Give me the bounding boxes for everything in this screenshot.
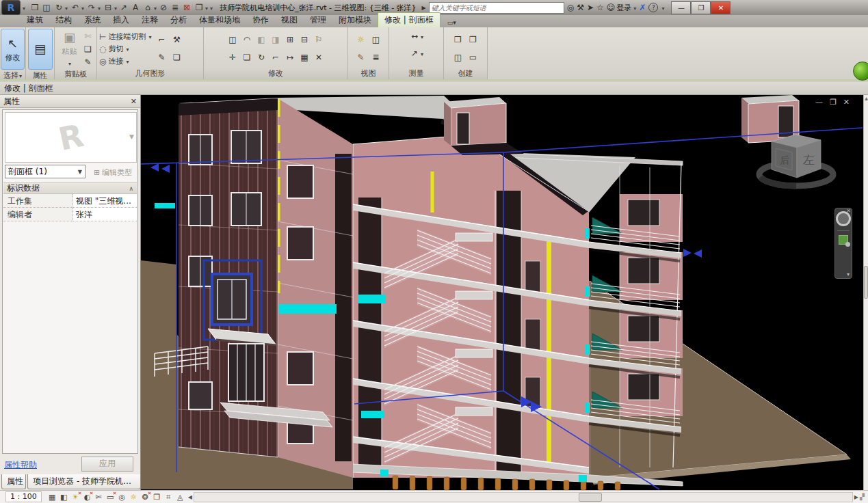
qat-customize-icon[interactable]	[209, 3, 213, 12]
tab-addins[interactable]: 附加模块	[332, 13, 378, 27]
sun-path-icon[interactable]: ☀✕	[70, 493, 81, 502]
join-geometry-button[interactable]: ◎ 连接	[99, 56, 151, 66]
viewcube-face-left[interactable]: 左	[803, 153, 815, 167]
temporary-hide-isolate-icon[interactable]: ◎	[117, 493, 127, 502]
shadows-icon[interactable]: ◐✕	[82, 493, 92, 502]
detail-level-icon[interactable]: ▦	[47, 493, 57, 502]
array-icon[interactable]: ▦	[299, 52, 310, 63]
open-icon[interactable]: ❒	[29, 2, 40, 13]
align-icon[interactable]: ◫	[227, 34, 238, 45]
create-group-icon[interactable]: ❒	[453, 34, 464, 45]
tab-annotate[interactable]: 注释	[135, 13, 164, 27]
copy-to-clipboard-icon[interactable]: ❏	[83, 44, 94, 55]
panel-label-properties[interactable]: 属性	[26, 71, 54, 79]
sync-button[interactable]: ↻	[53, 2, 68, 13]
mirror-pick-axis-icon[interactable]: ◧	[256, 34, 267, 45]
property-value[interactable]: 张洋	[73, 208, 137, 221]
close-button[interactable]: ✕	[711, 1, 731, 14]
move-icon[interactable]: ✛	[227, 52, 238, 63]
help-menu-arrow-icon[interactable]	[661, 3, 664, 12]
search-input[interactable]	[429, 2, 564, 14]
aligned-dimension-button[interactable]: ↗	[408, 48, 424, 59]
horizontal-scroll-thumb[interactable]	[579, 493, 602, 502]
match-type-properties-icon[interactable]: ✎	[83, 57, 94, 68]
mirror-draw-axis-icon[interactable]: ◨	[270, 34, 281, 45]
cut-geometry-button[interactable]: ◌ 剪切	[99, 44, 151, 54]
vertical-scrollbar[interactable]: ▲	[863, 95, 868, 490]
exchange-apps-icon[interactable]: ✗	[639, 3, 646, 12]
cutaway-views-icon[interactable]: ≣	[371, 52, 382, 63]
3d-canvas[interactable]: 后 左	[141, 95, 863, 490]
navigation-bar[interactable]: ✕ ▾	[834, 208, 852, 279]
measure-button[interactable]: ⊟	[102, 2, 118, 13]
undo-button[interactable]: ↶	[69, 2, 85, 13]
viewcube-face-back[interactable]: 后	[780, 154, 789, 165]
subscription-icon[interactable]: ⚒	[577, 3, 584, 12]
scroll-up-icon[interactable]: ▲	[864, 96, 868, 100]
search-icon[interactable]: ◎	[567, 3, 574, 12]
close-hidden-windows-icon[interactable]: ⊠	[181, 2, 192, 13]
trim-extend-corner-icon[interactable]: ⌐	[270, 52, 281, 63]
collapse-chevron-icon[interactable]: ∧	[129, 185, 133, 192]
create-similar-icon[interactable]: ❐	[468, 34, 479, 45]
tab-analyze[interactable]: 分析	[164, 13, 193, 27]
displacement-icon[interactable]: ◬	[175, 493, 185, 502]
paint-icon[interactable]: ✎	[156, 52, 167, 63]
linework-icon[interactable]: ✎	[356, 52, 367, 63]
modify-button[interactable]: ↖ 修改	[1, 29, 25, 70]
drawing-area[interactable]: — ❐ ✕	[141, 95, 863, 490]
scale-button[interactable]: 1 : 100	[5, 491, 42, 502]
switch-windows-button[interactable]: ❐	[193, 2, 209, 13]
properties-button[interactable]: ▤	[28, 29, 53, 70]
tab-manage[interactable]: 管理	[304, 13, 332, 27]
create-assembly-icon[interactable]: ◫	[453, 52, 464, 63]
section-icon[interactable]: ⊘	[158, 2, 169, 13]
tab-insert[interactable]: 插入	[107, 13, 135, 27]
property-value[interactable]: 视图 "三维视...	[73, 194, 137, 208]
tab-modify-section-box[interactable]: 修改 | 剖面框	[378, 12, 440, 27]
hscroll-right-icon[interactable]: ▶	[854, 494, 858, 500]
hscroll-left-icon[interactable]: ◀	[188, 494, 192, 500]
split-element-icon[interactable]: ⊞	[285, 34, 295, 45]
reveal-hidden-elements-icon[interactable]: ☼	[356, 34, 367, 45]
panel-label-create[interactable]: 创建	[444, 69, 487, 79]
beam-joins-icon[interactable]: ⚒	[171, 34, 182, 45]
infocenter-collapse-icon[interactable]: ▶	[422, 5, 426, 11]
thin-lines-icon[interactable]: ≣	[170, 2, 181, 13]
view-close-icon[interactable]: ✕	[843, 98, 850, 107]
app-menu-arrow-icon[interactable]	[22, 3, 25, 12]
text-icon[interactable]: A	[130, 2, 141, 13]
tab-view[interactable]: 视图	[275, 13, 304, 27]
tab-collaborate[interactable]: 协作	[246, 13, 275, 27]
panel-label-geometry[interactable]: 几何图形	[97, 69, 203, 79]
measure-between-references-button[interactable]: ↔	[408, 31, 424, 42]
visual-style-icon[interactable]: ◧	[59, 493, 69, 502]
trim-extend-single-icon[interactable]: ↦	[285, 52, 295, 63]
tab-architecture[interactable]: 建筑	[21, 13, 49, 27]
show-crop-region-icon[interactable]: ▭✕	[105, 493, 116, 502]
communication-center-icon[interactable]: ➤	[587, 3, 594, 12]
preview-dropdown-icon[interactable]: ▼	[129, 133, 134, 140]
favorites-icon[interactable]: ☆	[596, 3, 604, 12]
minimize-button[interactable]: —	[671, 1, 691, 14]
split-with-gap-icon[interactable]: ⊟	[299, 34, 310, 45]
demolish-icon[interactable]: ❏	[171, 52, 182, 63]
navbar-chevron-icon[interactable]: ▾	[847, 271, 850, 277]
tab-properties-palette[interactable]: 属性	[1, 474, 26, 489]
properties-close-icon[interactable]: ✕	[131, 97, 137, 106]
type-selector[interactable]: 剖面框 (1) ▼	[5, 165, 86, 178]
redo-button[interactable]: ↷	[86, 2, 101, 13]
worksharing-display-icon[interactable]: ❂✕	[140, 493, 150, 502]
panel-label-clipboard[interactable]: 剪贴板	[55, 70, 96, 79]
panel-label-view[interactable]: 视图	[348, 69, 389, 79]
vertical-scroll-thumb[interactable]	[864, 266, 868, 299]
delete-icon[interactable]: ✕	[313, 52, 324, 63]
reveal-hidden-elements-icon[interactable]: ☼	[129, 493, 139, 502]
graphic-display-options-icon[interactable]: ◫	[371, 34, 382, 45]
save-icon[interactable]: ◫	[41, 2, 52, 13]
panel-label-measure[interactable]: 测量	[389, 69, 443, 79]
rotate-icon[interactable]: ↻	[256, 52, 267, 63]
default-3d-view-button[interactable]: ⌂	[142, 2, 157, 13]
offset-icon[interactable]: ◠	[241, 34, 252, 45]
crop-view-icon[interactable]: ✄	[94, 493, 104, 502]
